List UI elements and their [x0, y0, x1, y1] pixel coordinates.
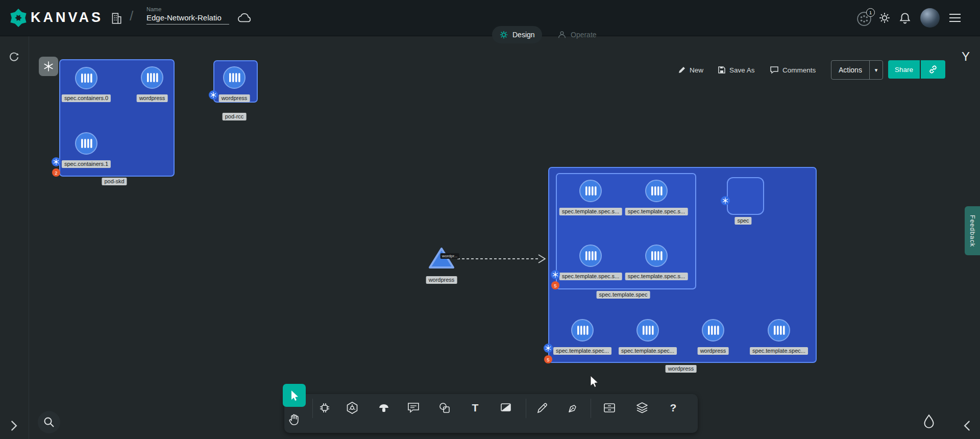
error-count-badge[interactable]: 5: [551, 281, 559, 289]
hand-icon: [287, 413, 301, 426]
kubernetes-tool-button[interactable]: [342, 398, 362, 418]
pan-tool-button[interactable]: [284, 409, 304, 430]
error-count-badge[interactable]: 2: [52, 168, 60, 177]
select-tool-button[interactable]: [283, 384, 306, 407]
design-tab-icon: [499, 30, 508, 39]
operate-tab-icon: [557, 30, 567, 39]
user-avatar[interactable]: [920, 8, 940, 28]
notification-count-badge: 1: [866, 8, 875, 17]
design-name-label: Name: [146, 6, 229, 12]
node-label: spec.template.spec...: [750, 347, 808, 355]
design-name-input[interactable]: Edge-Network-Relatio: [146, 13, 229, 25]
container-node[interactable]: [636, 319, 659, 342]
container-icon: [636, 319, 659, 342]
kubernetes-badge-icon: [52, 157, 61, 166]
group-spec-template-spec[interactable]: [556, 173, 696, 289]
kanvas-app: KANVAS / Name Edge-Network-Relatio: [0, 0, 980, 439]
help-icon: ?: [670, 402, 677, 414]
patterns-tool-button[interactable]: [374, 398, 394, 418]
node-label: spec.template.spec.s...: [625, 273, 688, 280]
doodle-tool-button[interactable]: [434, 398, 455, 418]
container-node[interactable]: [75, 132, 98, 155]
share-button[interactable]: Share: [888, 60, 920, 79]
comments-button-label: Comments: [782, 66, 816, 74]
container-node[interactable]: [579, 244, 602, 267]
container-icon: [75, 132, 98, 155]
magnifier-icon: [43, 416, 55, 428]
tab-design[interactable]: Design: [492, 26, 542, 43]
comments-button[interactable]: Comments: [770, 63, 816, 77]
operate-tab-label: Operate: [571, 31, 597, 39]
pencil-edit-icon: [536, 401, 549, 414]
container-icon: [645, 179, 668, 203]
pen-nib-icon: [567, 401, 580, 414]
comment-bubble-icon: [407, 402, 420, 414]
zoom-search-button[interactable]: [38, 411, 60, 433]
container-node[interactable]: [75, 66, 98, 90]
shapes-icon: [499, 401, 512, 414]
import-drawer-tool-button[interactable]: [599, 398, 620, 418]
layers-icon: [635, 401, 649, 414]
comment-tool-button[interactable]: [403, 398, 424, 418]
container-node[interactable]: [579, 179, 602, 203]
collaborator-indicator[interactable]: Y: [962, 50, 970, 64]
layers-tool-button[interactable]: [632, 398, 652, 418]
actions-caret[interactable]: ▾: [869, 61, 883, 79]
container-icon: [767, 319, 791, 342]
notifications-bell-icon[interactable]: [898, 11, 912, 25]
node-label: wordpress: [219, 94, 250, 102]
actions-dropdown-button[interactable]: Actions ▾: [831, 60, 883, 80]
feedback-tab[interactable]: Feedback: [965, 206, 980, 255]
container-icon: [140, 66, 164, 89]
container-node[interactable]: [140, 66, 164, 89]
container-node[interactable]: [767, 319, 791, 342]
text-tool-button[interactable]: T: [465, 398, 485, 418]
error-count-badge[interactable]: 5: [544, 355, 552, 363]
help-tool-button[interactable]: ?: [663, 398, 683, 418]
canvas-flower-button[interactable]: [39, 57, 58, 76]
container-icon: [223, 66, 246, 89]
tab-operate[interactable]: Operate: [550, 26, 604, 43]
text-tool-icon: T: [472, 402, 479, 414]
container-node[interactable]: [223, 66, 246, 89]
breadcrumb-slash: /: [130, 8, 133, 24]
settings-gear-icon[interactable]: [878, 11, 891, 25]
menu-hamburger-icon[interactable]: [948, 12, 962, 23]
shapes-tool-button[interactable]: [496, 398, 516, 418]
doodle-shapes-icon: [438, 401, 451, 414]
edge-service-to-deployment[interactable]: [454, 252, 551, 265]
group-label: pod-rcc: [223, 113, 247, 120]
copy-link-button[interactable]: [921, 60, 945, 79]
container-node[interactable]: [645, 179, 668, 203]
design-tab-label: Design: [512, 31, 535, 39]
edge-edit-tool-button[interactable]: [532, 398, 553, 418]
node-label: spec.containers.0: [62, 94, 111, 102]
freehand-draw-tool-button[interactable]: [563, 398, 583, 418]
container-icon: [75, 66, 98, 90]
container-icon: [645, 244, 668, 267]
dock-divider: [312, 399, 313, 418]
left-rail: [0, 36, 29, 439]
kubernetes-badge-icon: [209, 90, 218, 100]
cloud-sync-icon[interactable]: [237, 12, 253, 25]
save-as-button[interactable]: Save As: [718, 63, 755, 77]
organization-icon[interactable]: [110, 12, 122, 25]
logo-text[interactable]: KANVAS: [31, 10, 103, 26]
node-label: spec.template.spec...: [619, 347, 677, 355]
container-icon: [571, 319, 594, 342]
container-node[interactable]: [701, 319, 725, 342]
kanvas-logo-icon[interactable]: [8, 8, 29, 28]
snowflake-icon: [42, 60, 55, 72]
spec-node[interactable]: [727, 177, 764, 215]
node-label: spec.template.spec.s...: [559, 208, 622, 215]
container-node[interactable]: [645, 244, 668, 267]
comment-icon: [770, 66, 779, 74]
new-button[interactable]: New: [678, 63, 703, 77]
collapse-left-chevron-icon[interactable]: [963, 420, 972, 432]
component-tool-button[interactable]: [314, 398, 335, 418]
container-node[interactable]: [571, 319, 594, 342]
history-sync-icon[interactable]: [8, 50, 21, 63]
new-button-label: New: [690, 66, 703, 74]
ink-droplet-icon[interactable]: [923, 413, 935, 429]
expand-right-chevron-icon[interactable]: [9, 420, 18, 432]
